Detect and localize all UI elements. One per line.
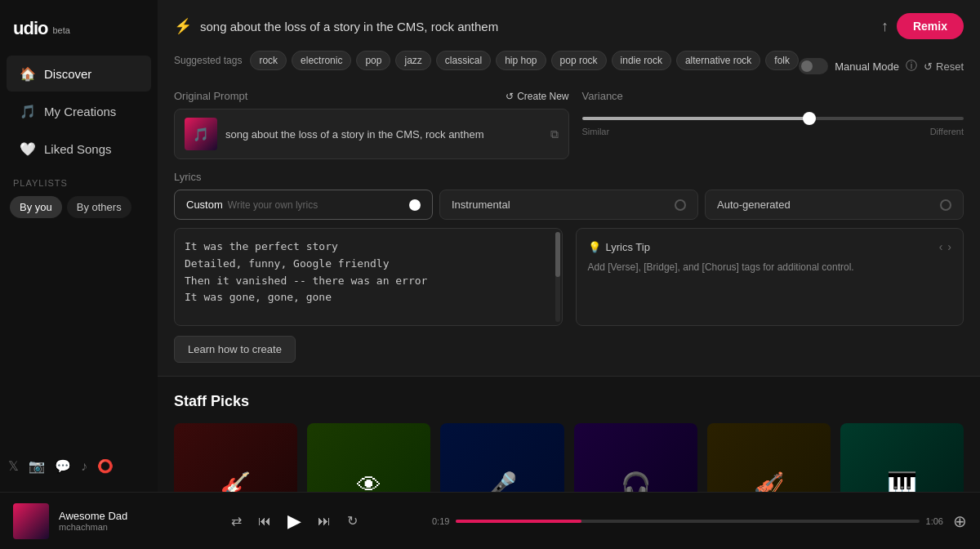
tag-rock[interactable]: rock: [250, 51, 287, 70]
variance-different-label: Different: [930, 127, 964, 136]
staff-picks-section: Staff Picks 🎸 👁 🎤 🎧 🎻 🎹: [158, 377, 980, 492]
manual-mode-row: Manual Mode ⓘ ↺ Reset: [799, 58, 964, 74]
bulb-icon: 💡: [588, 241, 601, 253]
lyrics-auto-radio: [940, 199, 951, 211]
pick-card-img-3: 🎤: [440, 423, 564, 492]
tip-navigation: ‹ ›: [939, 240, 951, 253]
creation-panel: ⚡ song about the loss of a story in the …: [158, 0, 980, 377]
original-prompt-header: Original Prompt ↺ Create New: [174, 90, 569, 102]
learn-row: Learn how to create: [174, 336, 964, 363]
tip-header: 💡 Lyrics Tip ‹ ›: [588, 240, 952, 253]
manual-mode-info-icon[interactable]: ⓘ: [906, 59, 917, 74]
player-artist: mchachman: [59, 522, 157, 532]
staff-picks-title: Staff Picks: [174, 393, 964, 410]
lyrics-options: Custom Write your own lyrics Instrumenta…: [174, 190, 964, 220]
tags-label: Suggested tags: [174, 55, 242, 66]
sidebar: udio beta 🏠 Discover 🎵 My Creations 🤍 Li…: [0, 0, 158, 492]
lyrics-custom-sublabel: Write your own lyrics: [228, 199, 318, 211]
discord-icon[interactable]: 💬: [55, 458, 71, 474]
next-button[interactable]: ⏭: [318, 514, 331, 529]
instagram-icon[interactable]: 📷: [29, 458, 45, 474]
playlist-tab-by-others[interactable]: By others: [67, 196, 131, 218]
lyrics-scrollbar-thumb: [555, 232, 560, 277]
player-thumbnail: [13, 503, 49, 539]
tip-prev-button[interactable]: ‹: [939, 240, 943, 253]
tag-classical[interactable]: classical: [436, 51, 491, 70]
sidebar-item-liked-songs-label: Liked Songs: [44, 142, 112, 156]
tiktok-icon[interactable]: ♪: [81, 459, 87, 474]
pick-card-4[interactable]: 🎧: [574, 423, 697, 492]
tag-hip-hop[interactable]: hip hop: [496, 51, 546, 70]
lyrics-option-auto[interactable]: Auto-generated: [705, 190, 964, 220]
tag-jazz[interactable]: jazz: [395, 51, 430, 70]
sidebar-social: 𝕏 📷 💬 ♪ ⭕: [0, 450, 158, 482]
tag-electronic[interactable]: electronic: [292, 51, 351, 70]
lyrics-instrumental-radio: [675, 199, 686, 211]
pick-card-img-6: 🎹: [840, 423, 964, 492]
variance-slider-container: [582, 109, 964, 123]
reddit-icon[interactable]: ⭕: [97, 458, 114, 474]
pick-card-5[interactable]: 🎻: [707, 423, 831, 492]
left-column: Original Prompt ↺ Create New 🎵 song abou…: [174, 90, 569, 159]
remix-button[interactable]: Remix: [897, 13, 964, 39]
lyrics-auto-label: Auto-generated: [717, 199, 791, 211]
repeat-button[interactable]: ↻: [347, 513, 358, 529]
tag-alt-rock[interactable]: alternative rock: [676, 51, 760, 70]
music-note-icon: 🎵: [20, 103, 36, 119]
progress-fill: [456, 520, 581, 523]
pick-card-1[interactable]: 🎸: [174, 423, 297, 492]
sidebar-item-my-creations[interactable]: 🎵 My Creations: [7, 93, 151, 129]
share-button[interactable]: ↑: [881, 18, 889, 35]
sidebar-item-liked-songs[interactable]: 🤍 Liked Songs: [7, 131, 151, 167]
lyrics-instrumental-label: Instrumental: [452, 199, 510, 211]
player-title: Awesome Dad: [59, 510, 157, 522]
learn-button[interactable]: Learn how to create: [174, 336, 296, 363]
prev-button[interactable]: ⏮: [258, 514, 271, 529]
lyrics-custom-radio: [409, 199, 421, 211]
prompt-area: ⚡ song about the loss of a story in the …: [174, 17, 881, 35]
manual-mode-toggle[interactable]: [799, 58, 828, 74]
tag-indie-rock[interactable]: indie rock: [612, 51, 671, 70]
sidebar-item-discover-label: Discover: [44, 67, 91, 81]
two-column-layout: Original Prompt ↺ Create New 🎵 song abou…: [174, 90, 964, 159]
twitter-icon[interactable]: 𝕏: [8, 458, 19, 474]
variance-label: Variance: [582, 90, 964, 102]
tip-title-text: Lyrics Tip: [606, 241, 650, 253]
pick-card-img-5: 🎻: [707, 423, 831, 492]
progress-area: 0:19 1:06: [432, 516, 943, 526]
prompt-thumbnail: 🎵: [185, 118, 217, 150]
shuffle-button[interactable]: ⇄: [231, 513, 242, 529]
picks-grid: 🎸 👁 🎤 🎧 🎻 🎹: [174, 423, 964, 492]
copy-icon[interactable]: ⧉: [550, 127, 559, 141]
tip-next-button[interactable]: ›: [947, 240, 951, 253]
tag-folk[interactable]: folk: [765, 51, 799, 70]
logo-area: udio beta: [0, 10, 158, 56]
add-button[interactable]: ⊕: [953, 511, 967, 531]
pick-card-3[interactable]: 🎤: [440, 423, 564, 492]
right-column: Variance Similar Different: [582, 90, 964, 159]
original-prompt-box: 🎵 song about the loss of a story in the …: [174, 109, 569, 159]
playlist-tab-by-you[interactable]: By you: [10, 196, 62, 218]
pick-card-2[interactable]: 👁: [307, 423, 430, 492]
lyrics-option-custom[interactable]: Custom Write your own lyrics: [174, 190, 433, 220]
create-new-button[interactable]: ↺ Create New: [506, 91, 568, 102]
play-pause-button[interactable]: ▶: [287, 511, 301, 532]
lyrics-section: Lyrics Custom Write your own lyrics Inst…: [174, 171, 964, 363]
variance-labels: Similar Different: [582, 127, 964, 136]
pick-card-6[interactable]: 🎹: [840, 423, 964, 492]
original-prompt-label: Original Prompt: [174, 90, 247, 102]
variance-slider[interactable]: [582, 117, 964, 120]
tag-pop[interactable]: pop: [356, 51, 390, 70]
tag-pop-rock[interactable]: pop rock: [551, 51, 607, 70]
tags-row: Suggested tags rock electronic pop jazz …: [174, 51, 799, 70]
lyrics-option-instrumental[interactable]: Instrumental: [439, 190, 698, 220]
pick-card-img-1: 🎸: [174, 423, 297, 492]
progress-track[interactable]: [456, 520, 919, 523]
reset-button[interactable]: ↺ Reset: [924, 60, 964, 73]
sidebar-item-discover[interactable]: 🏠 Discover: [7, 56, 151, 92]
variance-similar-label: Similar: [582, 127, 610, 136]
main-content: ⚡ song about the loss of a story in the …: [158, 0, 980, 492]
logo-text: udio: [13, 18, 47, 39]
lyrics-scrollbar[interactable]: [555, 232, 560, 322]
lyrics-textarea[interactable]: It was the perfect story Detailed, funny…: [175, 229, 562, 325]
